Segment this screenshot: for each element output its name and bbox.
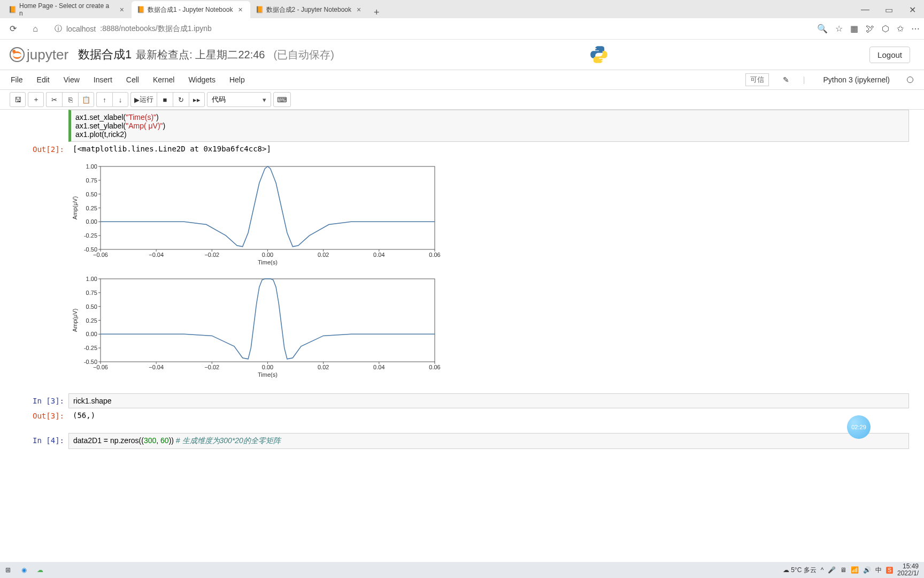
- maximize-button[interactable]: ▭: [877, 1, 900, 18]
- prompt-out: Out[3]:: [15, 408, 68, 423]
- tray-chevron-icon[interactable]: ^: [821, 566, 824, 574]
- menu-view[interactable]: View: [64, 75, 80, 84]
- python-icon: [589, 45, 609, 64]
- url-host: localhost: [66, 25, 96, 33]
- close-icon[interactable]: ×: [118, 5, 126, 14]
- output-cell-2-figure: -0.50-0.250.000.250.500.751.00−0.06−0.04…: [15, 157, 909, 385]
- tab-home[interactable]: 📙 Home Page - Select or create a n ×: [3, 1, 132, 18]
- jupyter-icon: 📙: [137, 6, 144, 13]
- notebook-title[interactable]: 数据合成1: [78, 47, 132, 63]
- move-up-button[interactable]: ↑: [96, 92, 112, 107]
- svg-text:0.75: 0.75: [86, 177, 97, 184]
- mic-icon[interactable]: 🎤: [828, 566, 836, 574]
- code-input[interactable]: data2D1 = np.zeros((300, 60)) # 生成维度为300…: [68, 433, 909, 449]
- run-button[interactable]: ▶ 运行: [130, 92, 157, 107]
- svg-text:-0.25: -0.25: [84, 345, 97, 351]
- tab-title: 数据合成1 - Jupyter Notebook: [148, 5, 233, 14]
- start-button[interactable]: ⊞: [0, 562, 16, 578]
- output-text: (56,): [68, 408, 909, 423]
- home-button[interactable]: ⌂: [27, 20, 44, 37]
- svg-text:−0.04: −0.04: [149, 364, 164, 370]
- close-icon[interactable]: ×: [236, 5, 244, 14]
- url-display[interactable]: ⓘ localhost:8888/notebooks/数据合成1.ipynb: [49, 21, 217, 37]
- menu-cell[interactable]: Cell: [126, 75, 139, 84]
- favorites-bar-icon[interactable]: ✩: [897, 24, 904, 34]
- svg-rect-0: [101, 166, 435, 249]
- autosave-text: (已自动保存): [273, 48, 334, 62]
- save-button[interactable]: 🖫: [10, 92, 26, 107]
- restart-run-all-button[interactable]: ▸▸: [189, 92, 205, 107]
- edit-icon[interactable]: ✎: [783, 75, 789, 84]
- menu-help[interactable]: Help: [229, 75, 245, 84]
- command-palette-button[interactable]: ⌨: [273, 92, 291, 107]
- clock-date[interactable]: 2022/1/: [897, 569, 919, 577]
- jupyter-icon: 📙: [256, 6, 263, 13]
- bird-icon[interactable]: 🕊: [866, 24, 874, 34]
- move-down-button[interactable]: ↓: [112, 92, 128, 107]
- address-bar: ⟳ ⌂ ⓘ localhost:8888/notebooks/数据合成1.ipy…: [0, 18, 924, 40]
- menu-widgets[interactable]: Widgets: [188, 75, 215, 84]
- svg-text:0.50: 0.50: [86, 191, 97, 197]
- svg-text:−0.02: −0.02: [204, 252, 219, 258]
- restart-button[interactable]: ↻: [173, 92, 189, 107]
- sogou-icon[interactable]: S: [886, 567, 893, 574]
- celltype-select[interactable]: 代码: [207, 92, 271, 107]
- prompt-in: In [3]:: [15, 393, 68, 408]
- ime-indicator[interactable]: 中: [875, 566, 882, 575]
- kernel-status-icon: [907, 77, 913, 83]
- zoom-icon[interactable]: 🔍: [817, 24, 828, 34]
- tab-title: 数据合成2 - Jupyter Notebook: [266, 5, 351, 14]
- add-cell-button[interactable]: ＋: [28, 92, 44, 107]
- weather-widget[interactable]: ☁ 5°C 多云: [783, 566, 817, 575]
- menu-icon[interactable]: ⋯: [911, 24, 920, 34]
- addr-toolbar-right: 🔍 ☆ ▦ 🕊 ⬡ ✩ ⋯: [817, 24, 920, 34]
- trusted-indicator[interactable]: 可信: [745, 73, 769, 86]
- copy-button[interactable]: ⎘: [62, 92, 78, 107]
- cut-button[interactable]: ✂: [46, 92, 62, 107]
- code-cell-4[interactable]: In [4]: data2D1 = np.zeros((300, 60)) # …: [15, 433, 909, 449]
- menu-edit[interactable]: Edit: [37, 75, 50, 84]
- logout-button[interactable]: Logout: [869, 47, 910, 63]
- favorite-icon[interactable]: ☆: [835, 24, 843, 34]
- refresh-button[interactable]: ⟳: [4, 20, 21, 37]
- kernel-name[interactable]: Python 3 (ipykernel): [823, 75, 890, 84]
- menu-kernel[interactable]: Kernel: [153, 75, 174, 84]
- minimize-button[interactable]: —: [853, 1, 877, 18]
- clock-time[interactable]: 15:49: [903, 562, 919, 570]
- svg-text:−0.02: −0.02: [204, 364, 219, 370]
- output-text: [<matplotlib.lines.Line2D at 0x19ba6fc4c…: [68, 142, 909, 157]
- chart-output: -0.50-0.250.000.250.500.751.00−0.06−0.04…: [68, 157, 909, 385]
- svg-text:0.00: 0.00: [262, 252, 273, 258]
- extension-icon[interactable]: ▦: [850, 24, 858, 34]
- checkpoint-text: 最新检查点: 上星期二22:46: [136, 48, 265, 62]
- paste-button[interactable]: 📋: [78, 92, 94, 107]
- close-icon[interactable]: ×: [355, 5, 363, 14]
- display-icon[interactable]: 🖥: [840, 566, 846, 574]
- menu-insert[interactable]: Insert: [94, 75, 112, 84]
- svg-text:0.00: 0.00: [86, 331, 97, 337]
- jupyter-logo-icon: [10, 47, 25, 62]
- new-tab-button[interactable]: +: [368, 7, 384, 18]
- tab-title: Home Page - Select or create a n: [19, 2, 114, 17]
- wifi-icon[interactable]: 📶: [851, 566, 859, 574]
- window-controls: — ▭ ✕: [853, 1, 924, 18]
- puzzle-icon[interactable]: ⬡: [882, 24, 889, 34]
- stop-button[interactable]: ■: [157, 92, 173, 107]
- code-input[interactable]: rick1.shape: [68, 393, 909, 408]
- edge-icon[interactable]: ◉: [16, 562, 32, 578]
- code-cell-3[interactable]: In [3]: rick1.shape: [15, 393, 909, 408]
- info-icon: ⓘ: [55, 24, 62, 34]
- code-cell-2[interactable]: ax1.set_xlabel("Time(s)") ax1.set_ylabel…: [15, 110, 909, 142]
- jupyter-logo[interactable]: jupyter: [10, 47, 68, 63]
- svg-text:0.02: 0.02: [318, 252, 329, 258]
- prompt-in: In [4]:: [15, 433, 68, 449]
- wechat-icon[interactable]: ☁: [32, 562, 48, 578]
- jupyter-header: jupyter 数据合成1 最新检查点: 上星期二22:46 (已自动保存) L…: [0, 40, 924, 70]
- tab-notebook-1[interactable]: 📙 数据合成1 - Jupyter Notebook ×: [132, 1, 250, 18]
- volume-icon[interactable]: 🔊: [863, 566, 871, 574]
- svg-text:Amp(μV): Amp(μV): [72, 196, 78, 220]
- tab-notebook-2[interactable]: 📙 数据合成2 - Jupyter Notebook ×: [250, 1, 369, 18]
- menu-file[interactable]: File: [11, 75, 23, 84]
- close-button[interactable]: ✕: [900, 1, 924, 18]
- code-input[interactable]: ax1.set_xlabel("Time(s)") ax1.set_ylabel…: [68, 110, 909, 142]
